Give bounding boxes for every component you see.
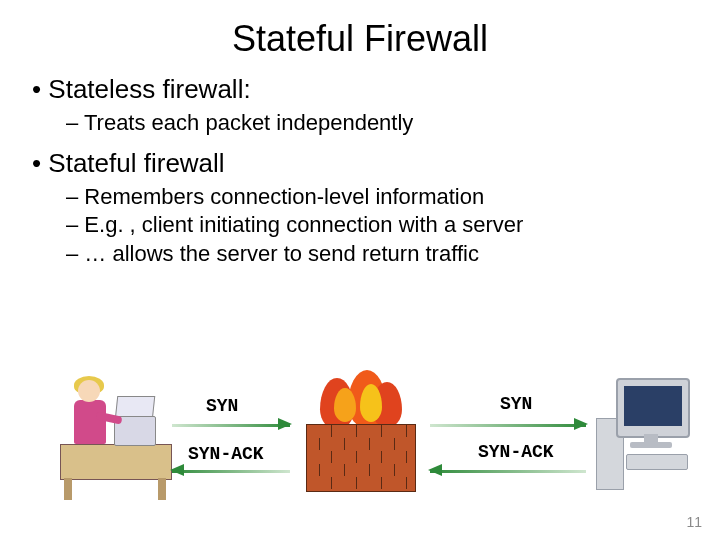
bullet-stateless-sublist: Treats each packet independently — [32, 109, 720, 138]
sub-item: Remembers connection-level information — [66, 183, 720, 212]
bullet-list: Stateless firewall: Treats each packet i… — [0, 74, 720, 268]
firewall-illustration — [300, 384, 420, 492]
bullet-stateful: Stateful firewall Remembers connection-l… — [32, 148, 720, 269]
client-illustration — [60, 374, 170, 494]
label-left-syn: SYN — [206, 396, 238, 416]
arrow-client-syn — [172, 422, 290, 428]
bullet-stateful-sublist: Remembers connection-level information E… — [32, 183, 720, 269]
sub-item: … allows the server to send return traff… — [66, 240, 720, 269]
page-number: 11 — [686, 514, 702, 530]
label-left-synack: SYN-ACK — [188, 444, 264, 464]
bullet-stateless-heading: Stateless firewall: — [48, 74, 250, 104]
bullet-stateless: Stateless firewall: Treats each packet i… — [32, 74, 720, 138]
bullet-stateful-heading: Stateful firewall — [48, 148, 224, 178]
arrow-server-synack — [430, 468, 586, 474]
slide-title: Stateful Firewall — [0, 18, 720, 60]
server-illustration — [596, 378, 706, 488]
diagram: SYN SYN-ACK SYN SYN-ACK — [0, 362, 720, 512]
label-right-synack: SYN-ACK — [478, 442, 554, 462]
sub-item: Treats each packet independently — [66, 109, 720, 138]
arrow-client-synack — [172, 468, 290, 474]
label-right-syn: SYN — [500, 394, 532, 414]
sub-item: E.g. , client initiating connection with… — [66, 211, 720, 240]
arrow-server-syn — [430, 422, 586, 428]
